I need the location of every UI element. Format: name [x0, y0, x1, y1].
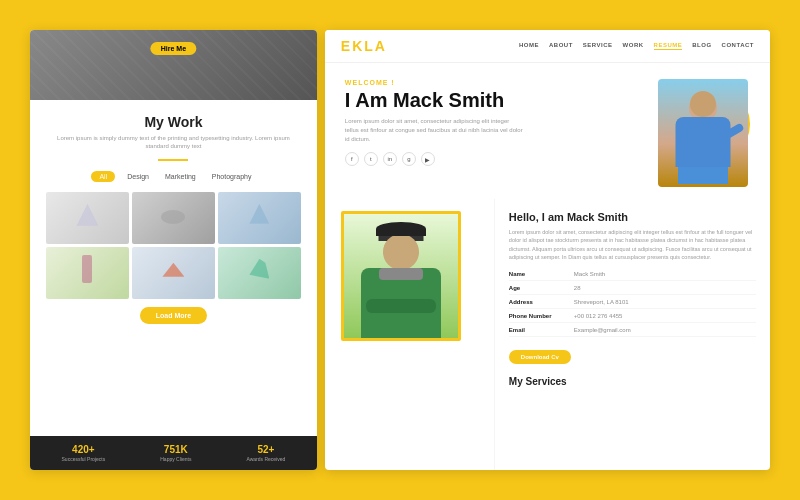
stat-projects-label: Successful Projects: [62, 456, 106, 462]
portfolio-item-4[interactable]: [46, 247, 129, 299]
nav-links: HOME ABOUT SERVICE WORK RESUME BLOG CONT…: [519, 42, 754, 50]
stat-projects-number: 420+: [62, 444, 106, 455]
section-subtitle: Lorem ipsum is simply dummy text of the …: [46, 134, 301, 151]
hero-description: Lorem ipsum dolor sit amet, consectetur …: [345, 117, 525, 144]
email-value: Example@gmail.com: [574, 327, 631, 333]
brand-logo: EKLA: [341, 38, 387, 54]
name-value: Mack Smith: [574, 271, 605, 277]
download-cv-button[interactable]: Download Cv: [509, 350, 571, 364]
address-label: Address: [509, 299, 569, 305]
youtube-icon[interactable]: ▶: [421, 152, 435, 166]
hero-text: WELCOME ! I Am Mack Smith Lorem ipsum do…: [345, 79, 640, 189]
info-address-row: Address Shreveport, LA 8101: [509, 299, 756, 309]
nav-blog[interactable]: BLOG: [692, 42, 711, 50]
portfolio-item-2[interactable]: [132, 192, 215, 244]
about-section: Hello, I am Mack Smith Lorem ipsum dolor…: [495, 199, 770, 470]
googleplus-icon[interactable]: g: [402, 152, 416, 166]
age-label: Age: [509, 285, 569, 291]
nav-resume[interactable]: RESUME: [654, 42, 683, 50]
hire-me-button[interactable]: Hire Me: [151, 42, 196, 55]
info-age-row: Age 28: [509, 285, 756, 295]
portfolio-item-5[interactable]: [132, 247, 215, 299]
nav-contact[interactable]: CONTACT: [722, 42, 754, 50]
name-label: Name: [509, 271, 569, 277]
twitter-icon[interactable]: t: [364, 152, 378, 166]
portfolio-item-3[interactable]: [218, 192, 301, 244]
address-value: Shreveport, LA 8101: [574, 299, 629, 305]
filter-marketing[interactable]: Marketing: [161, 171, 200, 182]
left-panel: Hire Me My Work Lorem ipsum is simply du…: [30, 30, 317, 470]
stat-awards-label: Awards Received: [246, 456, 285, 462]
linkedin-icon[interactable]: in: [383, 152, 397, 166]
nav-service[interactable]: SERVICE: [583, 42, 613, 50]
services-title: My Services: [509, 376, 756, 387]
section-title: My Work: [46, 114, 301, 130]
nav-about[interactable]: ABOUT: [549, 42, 573, 50]
right-panel: EKLA HOME ABOUT SERVICE WORK RESUME BLOG…: [325, 30, 770, 470]
portfolio-grid: [46, 192, 301, 299]
hero-name: I Am Mack Smith: [345, 89, 640, 111]
filter-tabs: All Design Marketing Photography: [46, 171, 301, 182]
stat-awards-number: 52+: [246, 444, 285, 455]
portfolio-content: My Work Lorem ipsum is simply dummy text…: [30, 100, 317, 436]
outer-frame: Hire Me My Work Lorem ipsum is simply du…: [20, 20, 780, 480]
profile-image: [341, 211, 461, 341]
info-phone-row: Phone Number +00 012 276 4455: [509, 313, 756, 323]
about-description: Lorem ipsum dolor sit amet, consectetur …: [509, 228, 756, 261]
about-title: Hello, I am Mack Smith: [509, 211, 756, 223]
navbar: EKLA HOME ABOUT SERVICE WORK RESUME BLOG…: [325, 30, 770, 63]
stat-clients-label: Happy Clients: [160, 456, 191, 462]
info-email-row: Email Example@gmail.com: [509, 327, 756, 337]
social-icons: f t in g ▶: [345, 152, 640, 166]
hero-section: WELCOME ! I Am Mack Smith Lorem ipsum do…: [325, 63, 770, 199]
profile-section: [325, 199, 495, 470]
filter-all[interactable]: All: [91, 171, 115, 182]
hero-portrait: [650, 79, 750, 189]
phone-label: Phone Number: [509, 313, 569, 319]
stat-awards: 52+ Awards Received: [246, 444, 285, 462]
divider: [158, 159, 188, 161]
nav-home[interactable]: HOME: [519, 42, 539, 50]
filter-photography[interactable]: Photography: [208, 171, 256, 182]
filter-design[interactable]: Design: [123, 171, 153, 182]
portfolio-item-6[interactable]: [218, 247, 301, 299]
facebook-icon[interactable]: f: [345, 152, 359, 166]
stat-projects: 420+ Successful Projects: [62, 444, 106, 462]
nav-work[interactable]: WORK: [623, 42, 644, 50]
welcome-label: WELCOME !: [345, 79, 640, 86]
right-body: Hello, I am Mack Smith Lorem ipsum dolor…: [325, 199, 770, 470]
age-value: 28: [574, 285, 581, 291]
portfolio-item-1[interactable]: [46, 192, 129, 244]
stat-clients-number: 751K: [160, 444, 191, 455]
email-label: Email: [509, 327, 569, 333]
portrait-image: [658, 79, 748, 187]
info-name-row: Name Mack Smith: [509, 271, 756, 281]
hero-image: Hire Me: [30, 30, 317, 100]
phone-value: +00 012 276 4455: [574, 313, 623, 319]
stats-bar: 420+ Successful Projects 751K Happy Clie…: [30, 436, 317, 470]
info-table: Name Mack Smith Age 28 Address Shrevepor…: [509, 271, 756, 337]
load-more-button[interactable]: Load More: [140, 307, 207, 324]
stat-clients: 751K Happy Clients: [160, 444, 191, 462]
